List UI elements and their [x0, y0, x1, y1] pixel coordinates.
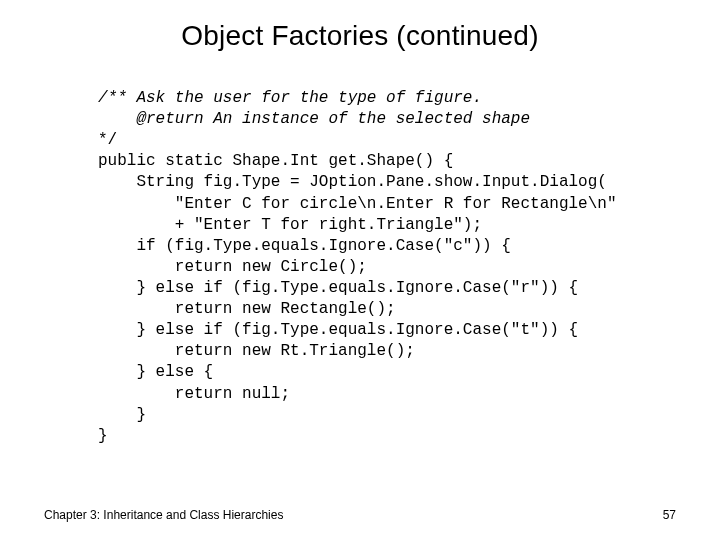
- code-line: } else if (fig.Type.equals.Ignore.Case("…: [98, 321, 578, 339]
- code-block: /** Ask the user for the type of figure.…: [98, 88, 660, 447]
- code-line: "Enter C for circle\n.Enter R for Rectan…: [98, 195, 616, 213]
- code-line: @return An instance of the selected shap…: [98, 110, 530, 128]
- code-line: return new Rectangle();: [98, 300, 396, 318]
- code-line: if (fig.Type.equals.Ignore.Case("c")) {: [98, 237, 511, 255]
- slide: Object Factories (continued) /** Ask the…: [0, 0, 720, 540]
- code-line: }: [98, 427, 108, 445]
- code-line: }: [98, 406, 146, 424]
- code-line: } else {: [98, 363, 213, 381]
- code-line: + "Enter T for right.Triangle");: [98, 216, 482, 234]
- slide-title: Object Factories (continued): [0, 20, 720, 52]
- code-line: return new Rt.Triangle();: [98, 342, 415, 360]
- footer-chapter: Chapter 3: Inheritance and Class Hierarc…: [44, 508, 283, 522]
- code-line: public static Shape.Int get.Shape() {: [98, 152, 453, 170]
- code-line: /** Ask the user for the type of figure.: [98, 89, 482, 107]
- code-line: return null;: [98, 385, 290, 403]
- code-line: return new Circle();: [98, 258, 367, 276]
- code-line: String fig.Type = JOption.Pane.show.Inpu…: [98, 173, 607, 191]
- code-line: */: [98, 131, 117, 149]
- page-number: 57: [663, 508, 676, 522]
- code-line: } else if (fig.Type.equals.Ignore.Case("…: [98, 279, 578, 297]
